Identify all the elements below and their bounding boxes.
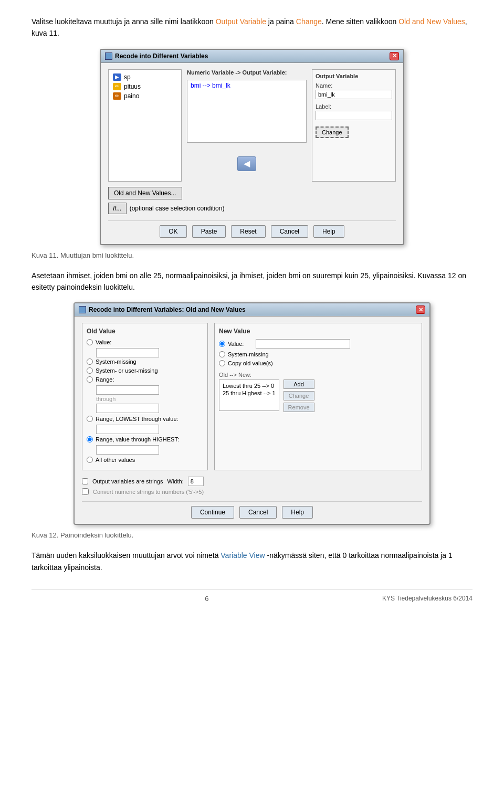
new-value-radio[interactable] [219, 341, 225, 347]
outro-text1: Tämän uuden kaksiluokkaisen muuttujan ar… [32, 551, 220, 560]
dialog2-titlebar: Recode into Different Variables: Old and… [75, 303, 429, 317]
old-range-label: Range: [96, 376, 114, 383]
var-paino[interactable]: ✏ paino [111, 91, 178, 101]
intro-highlight-output: Output Variable [216, 17, 266, 26]
output-label-label: Label: [316, 103, 392, 110]
description-paragraph: Asetetaan ihmiset, joiden bmi on alle 25… [32, 270, 472, 293]
mapping-area: Lowest thru 25 --> 0 25 thru Highest -->… [219, 379, 417, 415]
convert-label: Convert numeric strings to numbers ('5'-… [93, 489, 204, 495]
page-number: 6 [205, 595, 208, 603]
dialog1-cancel-button[interactable]: Cancel [271, 225, 308, 238]
dialog1-body: ▶ sp ✏ pituus ✏ paino Numeric Variable -… [101, 63, 403, 244]
arrow-button[interactable]: ◀ [237, 156, 256, 171]
dialog2-body: Old Value Value: System-missing System- … [75, 317, 429, 477]
dialog1-paste-button[interactable]: Paste [192, 225, 226, 238]
old-other-radio[interactable] [87, 457, 93, 463]
dialog2-continue-button[interactable]: Continue [191, 506, 234, 519]
new-value-input[interactable] [256, 339, 350, 349]
new-copyold-radio[interactable] [219, 360, 225, 366]
new-value-title: New Value [219, 328, 417, 335]
old-sysusermissing-radio[interactable] [87, 367, 93, 374]
numeric-var-label: Numeric Variable -> Output Variable: [187, 69, 307, 76]
output-name-input[interactable] [316, 90, 392, 99]
old-sysmissing-label: System-missing [96, 358, 136, 365]
old-new-mapping: Old --> New: Lowest thru 25 --> 0 25 thr… [219, 372, 417, 415]
old-new-values-button[interactable]: Old and New Values... [108, 187, 182, 199]
page-footer: KYS Tiedepalvelukeskus 6/2014 6 [32, 589, 472, 603]
outro-highlight-varview: Variable View [220, 551, 265, 560]
old-highest-radio[interactable] [87, 436, 93, 442]
if-line: If... (optional case selection condition… [108, 203, 396, 214]
through-label: through [96, 396, 203, 402]
old-value-input[interactable] [96, 348, 159, 357]
old-radio-sysmissing: System-missing [87, 358, 203, 365]
change-button[interactable]: Change [316, 126, 349, 138]
dialog1-center: Numeric Variable -> Output Variable: bmi… [187, 69, 307, 182]
dialog1-wrapper: Recode into Different Variables ✕ ▶ sp ✏… [32, 49, 472, 245]
dialog2-title-area: Recode into Different Variables: Old and… [79, 306, 246, 313]
dialog2-help-button[interactable]: Help [282, 506, 313, 519]
old-range-radio[interactable] [87, 376, 93, 383]
intro-text2: ja paina [266, 17, 296, 26]
new-radio-copyold: Copy old value(s) [219, 360, 417, 366]
convert-row: Convert numeric strings to numbers ('5'-… [82, 488, 422, 495]
output-label-input[interactable] [316, 111, 392, 120]
old-radio-highest: Range, value through HIGHEST: [87, 436, 203, 442]
var-label-pituus: pituus [124, 83, 141, 90]
strings-row: Output variables are strings Width: [82, 477, 422, 486]
dialog1-close-button[interactable]: ✕ [390, 52, 399, 60]
old-range-input1[interactable] [96, 385, 159, 395]
dialog1-icon [105, 52, 112, 60]
old-lowest-input[interactable] [96, 425, 159, 434]
old-highest-label: Range, value through HIGHEST: [96, 436, 179, 442]
old-new-map-label: Old --> New: [219, 372, 417, 378]
var-label-paino: paino [124, 92, 139, 100]
old-highest-input[interactable] [96, 445, 159, 455]
convert-checkbox[interactable] [82, 488, 89, 495]
var-icon-paino: ✏ [113, 92, 121, 100]
mapping-item-1: 25 thru Highest --> 1 [222, 389, 277, 397]
dialog1-right: Output Variable Name: Label: Change [312, 69, 396, 182]
width-input[interactable] [188, 477, 204, 486]
dialog2-close-button[interactable]: ✕ [416, 305, 425, 314]
var-sp[interactable]: ▶ sp [111, 72, 178, 82]
new-radio-value: Value: [219, 339, 417, 349]
change-mapping-button[interactable]: Change [284, 391, 314, 400]
dialog2-cancel-button[interactable]: Cancel [239, 506, 277, 519]
outro-paragraph: Tämän uuden kaksiluokkaisen muuttujan ar… [32, 550, 472, 573]
old-radio-value: Value: [87, 339, 203, 345]
caption2: Kuva 12. Painoindeksin luokittelu. [32, 530, 472, 541]
add-mapping-button[interactable]: Add [284, 379, 314, 389]
kys-label: KYS Tiedepalvelukeskus 6/2014 [382, 595, 472, 602]
new-value-radio1-label: Value: [228, 341, 244, 347]
old-value-title: Old Value [87, 328, 203, 335]
old-radio-other: All other values [87, 457, 203, 463]
old-other-label: All other values [96, 457, 135, 463]
old-sysmissing-radio[interactable] [87, 358, 93, 365]
dialog2-title: Recode into Different Variables: Old and… [89, 306, 246, 313]
dialog1-help-button[interactable]: Help [313, 225, 344, 238]
var-icon-pituus: ✏ [113, 83, 121, 90]
old-value-radio[interactable] [87, 339, 93, 345]
dialog1-titlebar: Recode into Different Variables ✕ [101, 50, 403, 63]
dialog2: Recode into Different Variables: Old and… [74, 302, 430, 525]
new-radio-sysmissing: System-missing [219, 351, 417, 357]
old-value-radio1-label: Value: [96, 339, 111, 345]
dialog1-reset-button[interactable]: Reset [231, 225, 265, 238]
dialog1-ok-button[interactable]: OK [160, 225, 186, 238]
strings-checkbox[interactable] [82, 478, 88, 484]
dialog1-footer: OK Paste Reset Cancel Help [108, 220, 396, 238]
var-label-sp: sp [124, 73, 131, 81]
new-sysmissing-radio[interactable] [219, 351, 225, 357]
remove-mapping-button[interactable]: Remove [284, 403, 314, 412]
old-lowest-radio[interactable] [87, 416, 93, 422]
old-range-input2[interactable] [96, 404, 159, 413]
dialog2-wrapper: Recode into Different Variables: Old and… [32, 302, 472, 525]
if-button[interactable]: If... [108, 203, 127, 214]
dialog1-inner: ▶ sp ✏ pituus ✏ paino Numeric Variable -… [108, 69, 396, 182]
var-pituus[interactable]: ✏ pituus [111, 82, 178, 91]
old-radio-range: Range: [87, 376, 203, 383]
new-sysmissing-label: System-missing [228, 351, 269, 357]
old-sysusermissing-label: System- or user-missing [96, 367, 158, 374]
intro-text3: . Mene sitten valikkoon [322, 17, 398, 26]
